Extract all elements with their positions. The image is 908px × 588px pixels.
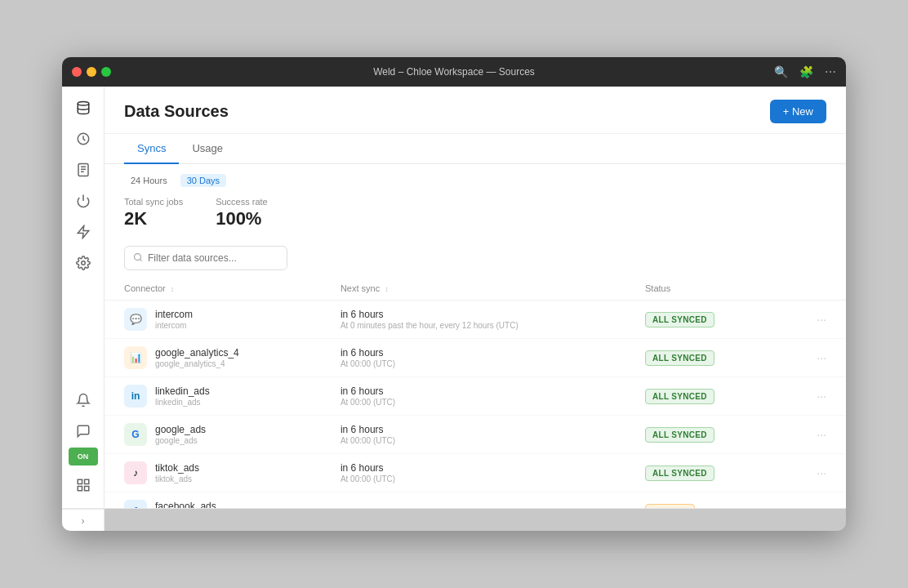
actions-cell-tiktok_ads[interactable]: ··· (777, 454, 846, 492)
connector-icon-linkedin_ads: in (124, 385, 147, 408)
connector-icon-facebook_ads: f (124, 500, 147, 508)
window-title: Weld – Chloe Workspace — Sources (373, 66, 535, 78)
table-row[interactable]: in linkedin_ads linkedin_ads in 6 hours … (105, 377, 846, 416)
actions-cell-google_ads[interactable]: ··· (777, 416, 846, 454)
titlebar-actions: 🔍 🧩 ⋯ (774, 65, 836, 78)
sidebar-item-bell[interactable] (69, 385, 98, 415)
actions-cell-facebook_ads[interactable]: ··· (777, 492, 846, 509)
content-header: Data Sources + New (105, 87, 846, 134)
svg-rect-6 (78, 479, 82, 483)
tab-usage[interactable]: Usage (179, 134, 236, 164)
connector-sub-tiktok_ads: tiktok_ads (155, 474, 199, 483)
connector-name-tiktok_ads: tiktok_ads (155, 462, 199, 474)
next-sync-main-google_ads: in 6 hours (340, 424, 606, 435)
row-menu-linkedin_ads[interactable]: ··· (797, 390, 826, 403)
stat-total-sync-jobs: Total sync jobs 2K (124, 197, 183, 229)
titlebar: Weld – Chloe Workspace — Sources 🔍 🧩 ⋯ (62, 57, 846, 87)
stat-total-sync-value: 2K (124, 208, 183, 229)
connector-name-google_analytics_4: google_analytics_4 (155, 347, 239, 359)
actions-cell-linkedin_ads[interactable]: ··· (777, 377, 846, 416)
connector-cell-linkedin_ads: in linkedin_ads linkedin_ads (105, 377, 321, 416)
maximize-button[interactable] (101, 67, 111, 77)
actions-cell-intercom[interactable]: ··· (777, 301, 846, 339)
connector-name-linkedin_ads: linkedin_ads (155, 385, 210, 397)
search-input[interactable] (148, 252, 278, 264)
next-sync-cell-google_analytics_4: in 6 hours At 00:00 (UTC) (321, 339, 625, 377)
row-menu-intercom[interactable]: ··· (797, 313, 826, 326)
new-button[interactable]: + New (770, 100, 826, 123)
next-sync-cell-intercom: in 6 hours At 0 minutes past the hour, e… (321, 301, 625, 339)
col-connector: Connector ↕ (105, 277, 321, 301)
close-button[interactable] (72, 67, 82, 77)
next-sync-main-intercom: in 6 hours (340, 309, 606, 320)
svg-point-0 (78, 102, 89, 106)
status-badge-google_ads: ALL SYNCED (645, 427, 714, 443)
sidebar-item-document[interactable] (69, 155, 98, 185)
svg-marker-4 (78, 226, 89, 238)
table-row[interactable]: ♪ tiktok_ads tiktok_ads in 6 hours At 00… (105, 454, 846, 492)
connector-icon-google_ads: G (124, 423, 147, 446)
connector-cell-tiktok_ads: ♪ tiktok_ads tiktok_ads (105, 454, 321, 492)
svg-rect-8 (78, 487, 82, 491)
search-input-wrap[interactable] (124, 246, 287, 270)
svg-line-11 (140, 259, 141, 261)
connector-sub-linkedin_ads: linkedin_ads (155, 398, 210, 407)
actions-cell-google_analytics_4[interactable]: ··· (777, 339, 846, 377)
connector-name-google_ads: google_ads (155, 424, 206, 435)
status-cell-tiktok_ads: ALL SYNCED (625, 454, 777, 492)
period-30d[interactable]: 30 Days (180, 174, 226, 187)
next-sync-cell-tiktok_ads: in 6 hours At 00:00 (UTC) (321, 454, 625, 492)
svg-rect-7 (84, 479, 88, 483)
status-cell-google_analytics_4: ALL SYNCED (625, 339, 777, 377)
bottom-bar: › (62, 508, 846, 531)
connector-name-intercom: intercom (155, 309, 193, 320)
svg-point-5 (81, 261, 85, 265)
next-sync-cell-google_ads: in 6 hours At 00:00 (UTC) (321, 416, 625, 454)
connector-icon-intercom: 💬 (124, 308, 147, 331)
next-sync-sub-intercom: At 0 minutes past the hour, every 12 hou… (340, 321, 606, 330)
row-menu-tiktok_ads[interactable]: ··· (797, 466, 826, 479)
sidebar-item-power[interactable] (69, 186, 98, 216)
connector-cell-google_ads: G google_ads google_ads (105, 416, 321, 454)
table-row[interactable]: 💬 intercom intercom in 6 hours At 0 minu… (105, 301, 846, 339)
period-24h[interactable]: 24 Hours (124, 174, 174, 187)
connector-sub-google_analytics_4: google_analytics_4 (155, 359, 239, 368)
row-menu-google_ads[interactable]: ··· (797, 428, 826, 441)
stat-success-rate: Success rate 100% (216, 197, 268, 229)
row-menu-google_analytics_4[interactable]: ··· (797, 351, 826, 364)
search-icon (133, 251, 143, 265)
sidebar-item-clock[interactable] (69, 124, 98, 154)
tab-syncs[interactable]: Syncs (124, 134, 179, 164)
col-status: Status (625, 277, 777, 301)
sidebar-item-database[interactable] (69, 93, 98, 122)
more-options-icon[interactable]: ⋯ (825, 65, 836, 78)
next-sync-main-tiktok_ads: in 6 hours (340, 462, 606, 474)
table-row[interactable]: 📊 google_analytics_4 google_analytics_4 … (105, 339, 846, 377)
search-titlebar-icon[interactable]: 🔍 (774, 65, 788, 78)
svg-rect-9 (84, 487, 88, 491)
connector-cell-facebook_ads: f facebook_ads facebook_ads (105, 492, 321, 509)
next-sync-sub-google_ads: At 00:00 (UTC) (340, 436, 606, 445)
svg-point-10 (135, 254, 141, 261)
connector-sort-icon[interactable]: ↕ (171, 285, 175, 293)
status-cell-facebook_ads: PAUSED (625, 492, 777, 509)
minimize-button[interactable] (87, 67, 96, 77)
data-sources-table: Connector ↕ Next sync ↕ Status (105, 277, 846, 508)
connector-name-facebook_ads: facebook_ads (155, 501, 216, 508)
status-badge-linkedin_ads: ALL SYNCED (645, 389, 714, 404)
window-controls[interactable] (72, 67, 111, 77)
sidebar-item-grid[interactable] (69, 470, 98, 500)
extensions-icon[interactable]: 🧩 (799, 65, 813, 78)
period-toggles: 24 Hours 30 Days (124, 174, 826, 187)
status-cell-google_ads: ALL SYNCED (625, 416, 777, 454)
sidebar-item-lightning[interactable] (69, 217, 98, 247)
sidebar-item-chat[interactable] (69, 416, 98, 446)
status-cell-linkedin_ads: ALL SYNCED (625, 377, 777, 416)
sidebar-item-settings[interactable] (69, 248, 98, 278)
sidebar-expand-button[interactable]: › (62, 509, 105, 531)
table-row[interactable]: G google_ads google_ads in 6 hours At 00… (105, 416, 846, 454)
sidebar-on-button[interactable]: ON (69, 448, 98, 466)
on-button-label: ON (78, 452, 89, 461)
next-sync-sort-icon[interactable]: ↕ (385, 285, 389, 293)
table-row[interactable]: f facebook_ads facebook_ads – PAUSED ··· (105, 492, 846, 509)
